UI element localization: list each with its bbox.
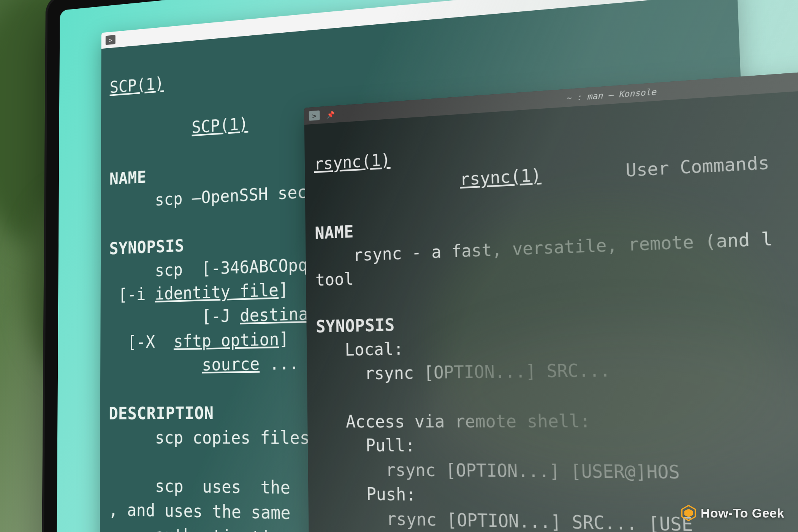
man-text: tool	[315, 269, 354, 289]
man-header-left: rsync(1)	[314, 150, 391, 173]
man-arg: source	[202, 354, 260, 375]
howtogeek-logo-icon	[680, 505, 697, 521]
watermark: How-To Geek	[680, 505, 784, 521]
section-name: NAME	[109, 168, 146, 189]
man-text: ...	[260, 353, 309, 374]
watermark-text: How-To Geek	[701, 506, 784, 521]
window-title: ~ : man — Konsole	[566, 87, 656, 103]
man-header-center: rsync(1)	[460, 165, 542, 189]
laptop: > SCP(1) SCP(1) General Commands Manual …	[42, 0, 798, 532]
man-text: scp [-346ABCOpqR	[109, 254, 318, 282]
man-arg: identity file	[155, 280, 279, 304]
man-text: Pull:	[317, 435, 415, 455]
man-text: [-X	[109, 331, 174, 352]
man-text: , and uses the same	[109, 500, 291, 523]
man-header-right: User Commands	[625, 152, 770, 180]
man-arg: sftp option	[174, 329, 279, 351]
man-text: [-J	[109, 306, 240, 329]
man-header-center: SCP(1)	[192, 114, 248, 137]
laptop-screen: > SCP(1) SCP(1) General Commands Manual …	[57, 0, 798, 532]
scene: > SCP(1) SCP(1) General Commands Manual …	[0, 0, 798, 532]
man-text: rsync [OPTION...] SRC... [USE	[318, 508, 693, 532]
section-name: NAME	[315, 222, 354, 243]
man-text: [-i	[109, 284, 155, 305]
spacer	[314, 169, 460, 196]
man-text: authentication an	[109, 524, 321, 532]
man-header-left: SCP(1)	[110, 74, 164, 97]
man-text: ]	[279, 280, 288, 300]
man-text: Push:	[318, 483, 416, 504]
spacer	[109, 101, 192, 142]
man-text: scp copies files	[109, 428, 310, 448]
spacer	[541, 160, 626, 185]
man-text	[109, 355, 202, 376]
pin-icon[interactable]: 📌	[325, 109, 336, 120]
man-text: scp uses the S	[109, 476, 320, 499]
terminal-icon: >	[309, 110, 320, 120]
section-description: DESCRIPTION	[109, 403, 214, 423]
section-synopsis: SYNOPSIS	[316, 315, 395, 336]
man-text	[317, 388, 317, 407]
section-synopsis: SYNOPSIS	[109, 236, 184, 258]
man-text: Local:	[316, 339, 404, 360]
terminal-icon: >	[106, 35, 116, 45]
svg-marker-1	[684, 509, 693, 517]
man-text: ]	[279, 329, 289, 349]
